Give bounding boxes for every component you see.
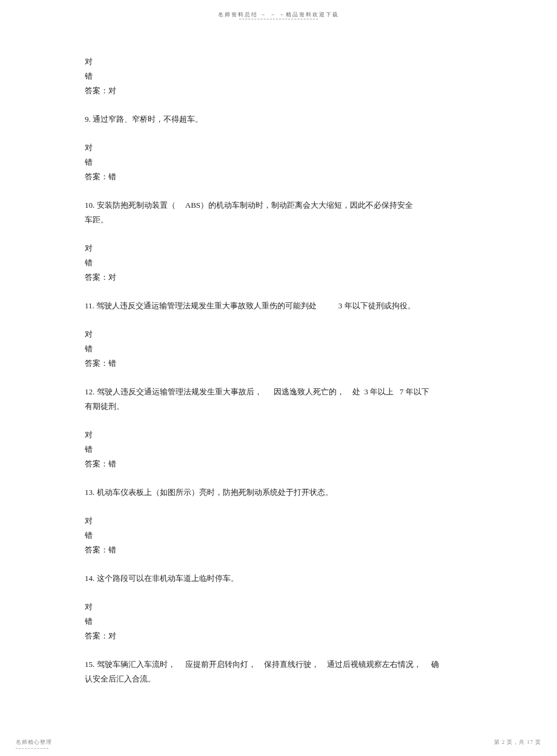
question-text: 通过窄路、窄桥时，不得超车。 bbox=[91, 114, 203, 124]
answer-line: 答案：对 bbox=[85, 270, 472, 285]
question-11: 11. 驾驶人违反交通运输管理法规发生重大事故致人重伤的可能判处 3 年以下徒刑… bbox=[85, 299, 472, 313]
question-text: 驾驶人违反交通运输管理法规发生重大事故后， 因逃逸致人死亡的， 处 3 年以上 … bbox=[94, 387, 429, 396]
footer-right: 第 2 页，共 17 页 bbox=[494, 739, 541, 746]
question-9: 9. 通过窄路、窄桥时，不得超车。 bbox=[85, 112, 472, 127]
choice-false: 错 bbox=[85, 342, 472, 356]
answer-line: 答案：错 bbox=[85, 170, 472, 184]
question-text: 驾驶人违反交通运输管理法规发生重大事故致人重伤的可能判处 3 年以下徒刑或拘役。 bbox=[94, 301, 415, 310]
page-header: 名师资料总结 － － －精品资料欢迎下载 bbox=[0, 11, 557, 19]
answer-line: 答案：错 bbox=[85, 356, 472, 371]
document-body: 对 错 答案：对 9. 通过窄路、窄桥时，不得超车。 对 错 答案：错 10. … bbox=[85, 55, 472, 686]
choice-false: 错 bbox=[85, 155, 472, 170]
choice-false: 错 bbox=[85, 442, 472, 457]
choice-true: 对 bbox=[85, 327, 472, 342]
answer-line: 答案：对 bbox=[85, 629, 472, 643]
footer-left-underline bbox=[16, 748, 48, 749]
question-number: 12. bbox=[85, 387, 94, 396]
question-text: 这个路段可以在非机动车道上临时停车。 bbox=[94, 574, 238, 583]
footer-left: 名师精心整理 bbox=[16, 739, 52, 746]
question-10-cont: 车距。 bbox=[85, 213, 472, 227]
question-text: 安装防抱死制动装置（ ABS）的机动车制动时，制动距离会大大缩短，因此不必保持安… bbox=[94, 201, 413, 210]
question-text: 机动车仪表板上（如图所示）亮时，防抱死制动系统处于打开状态。 bbox=[94, 488, 332, 497]
choice-true: 对 bbox=[85, 241, 472, 256]
question-12-cont: 有期徒刑。 bbox=[85, 399, 472, 414]
header-underline bbox=[239, 19, 318, 19]
choice-true: 对 bbox=[85, 428, 472, 442]
question-12: 12. 驾驶人违反交通运输管理法规发生重大事故后， 因逃逸致人死亡的， 处 3 … bbox=[85, 385, 472, 399]
choice-true: 对 bbox=[85, 141, 472, 155]
choice-false: 错 bbox=[85, 614, 472, 629]
question-number: 13. bbox=[85, 488, 94, 497]
question-15-cont: 认安全后汇入合流。 bbox=[85, 672, 472, 686]
question-14: 14. 这个路段可以在非机动车道上临时停车。 bbox=[85, 571, 472, 586]
question-number: 11. bbox=[85, 301, 94, 310]
answer-line: 答案：对 bbox=[85, 84, 472, 98]
question-number: 15. bbox=[85, 660, 94, 669]
question-10: 10. 安装防抱死制动装置（ ABS）的机动车制动时，制动距离会大大缩短，因此不… bbox=[85, 198, 472, 213]
question-text: 驾驶车辆汇入车流时， 应提前开启转向灯， 保持直线行驶， 通过后视镜观察左右情况… bbox=[94, 660, 439, 669]
question-number: 10. bbox=[85, 201, 94, 210]
choice-false: 错 bbox=[85, 69, 472, 84]
answer-line: 答案：错 bbox=[85, 457, 472, 471]
choice-true: 对 bbox=[85, 600, 472, 614]
choice-true: 对 bbox=[85, 514, 472, 528]
question-15: 15. 驾驶车辆汇入车流时， 应提前开启转向灯， 保持直线行驶， 通过后视镜观察… bbox=[85, 657, 472, 672]
question-13: 13. 机动车仪表板上（如图所示）亮时，防抱死制动系统处于打开状态。 bbox=[85, 485, 472, 500]
choice-true: 对 bbox=[85, 55, 472, 69]
question-number: 9. bbox=[85, 114, 91, 124]
question-number: 14. bbox=[85, 574, 94, 583]
answer-line: 答案：错 bbox=[85, 543, 472, 557]
choice-false: 错 bbox=[85, 528, 472, 543]
choice-false: 错 bbox=[85, 256, 472, 270]
